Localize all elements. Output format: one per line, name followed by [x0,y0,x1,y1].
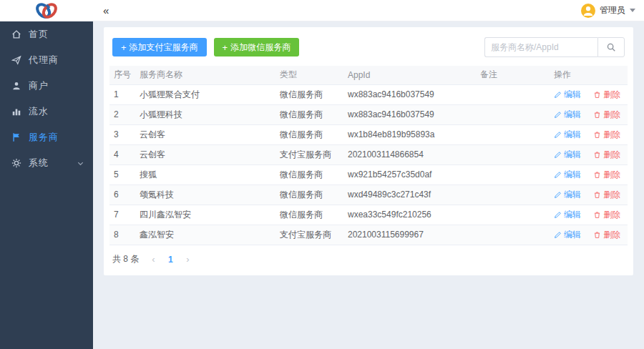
edit-button[interactable]: 编辑 [554,189,581,201]
providers-table: 序号 服务商名称 类型 AppId 备注 操作 1 小狐狸聚合支付 微信服务商 … [109,66,628,245]
cell-name: 四川鑫泓智安 [135,205,275,225]
sidebar-item-label: 流水 [29,105,49,118]
cell-name: 云创客 [135,124,275,144]
cell-type: 支付宝服务商 [275,225,343,245]
plus-icon: + [223,43,228,52]
edit-button[interactable]: 编辑 [554,169,581,181]
delete-button[interactable]: 删除 [593,89,620,101]
delete-button[interactable]: 删除 [593,189,620,201]
col-header-index: 序号 [109,66,135,84]
sidebar-item-transactions[interactable]: 流水 [0,99,93,124]
cell-actions: 编辑 删除 [550,205,628,225]
table-row: 2 小狐狸科技 微信服务商 wx883ac9416b037549 编辑 删除 [109,104,628,124]
cell-actions: 编辑 删除 [550,84,628,104]
cell-type: 支付宝服务商 [275,144,343,164]
pagination-next-button[interactable]: › [180,252,195,267]
sidebar-item-label: 服务商 [29,131,59,144]
search-input[interactable] [484,37,597,57]
heart-rings-logo-icon [33,1,60,21]
table-row: 6 颂氪科技 微信服务商 wxd49489c3c271c43f 编辑 删除 [109,185,628,205]
delete-label: 删除 [603,149,620,161]
cell-name: 颂氪科技 [135,185,275,205]
cell-index: 2 [109,104,135,124]
add-wechat-provider-button[interactable]: + 添加微信服务商 [214,38,300,56]
cell-actions: 编辑 删除 [550,144,628,164]
pencil-icon [554,231,562,239]
send-icon [11,55,21,65]
sidebar-item-merchants[interactable]: 商户 [0,73,93,99]
cell-actions: 编辑 删除 [550,164,628,185]
button-label: 添加支付宝服务商 [130,41,198,54]
cell-remark [476,205,550,225]
delete-button[interactable]: 删除 [593,209,620,221]
pencil-icon [554,191,562,199]
cell-type: 微信服务商 [275,104,343,124]
delete-button[interactable]: 删除 [593,229,620,241]
pencil-icon [554,211,562,219]
delete-label: 删除 [603,109,620,121]
edit-label: 编辑 [564,149,581,161]
pagination-total: 共 8 条 [112,253,139,265]
pencil-icon [554,171,562,179]
table-row: 8 鑫泓智安 支付宝服务商 2021003115699967 编辑 删除 [109,225,628,245]
cell-remark [476,185,550,205]
edit-button[interactable]: 编辑 [554,89,581,101]
cell-appid: wx1b84eb819b95893a [343,124,476,144]
avatar [581,4,595,18]
user-menu[interactable]: 管理员 [581,4,635,18]
cell-remark [476,225,550,245]
search-button[interactable] [597,37,625,57]
edit-button[interactable]: 编辑 [554,129,581,141]
user-icon [581,4,595,18]
cell-appid: wx883ac9416b037549 [343,104,476,124]
pagination-prev-button[interactable]: ‹ [146,252,160,267]
trash-icon [593,131,601,139]
cell-remark [476,144,550,164]
trash-icon [593,191,601,199]
sidebar-item-home[interactable]: 首页 [0,21,93,47]
cell-name: 小狐狸科技 [135,104,275,124]
flag-icon [11,132,21,142]
sidebar-item-label: 首页 [29,28,49,41]
pencil-icon [554,111,562,119]
sidebar-item-system[interactable]: 系统 [0,150,93,176]
edit-button[interactable]: 编辑 [554,229,581,241]
edit-button[interactable]: 编辑 [554,209,581,221]
cell-index: 3 [109,124,135,144]
delete-label: 删除 [603,129,620,141]
delete-label: 删除 [603,89,620,101]
pagination-page-1[interactable]: 1 [163,252,177,267]
delete-button[interactable]: 删除 [593,109,620,121]
cell-type: 微信服务商 [275,164,343,185]
edit-label: 编辑 [564,129,581,141]
edit-label: 编辑 [564,229,581,241]
col-header-remark: 备注 [476,66,550,84]
add-alipay-provider-button[interactable]: + 添加支付宝服务商 [112,38,207,56]
cell-actions: 编辑 删除 [550,185,628,205]
cell-name: 小狐狸聚合支付 [135,84,275,104]
pencil-icon [554,151,562,159]
search-icon [606,42,616,52]
cell-appid: 2021003115699967 [343,225,476,245]
table-row: 3 云创客 微信服务商 wx1b84eb819b95893a 编辑 删除 [109,124,628,144]
chart-icon [11,107,21,117]
sidebar-collapse-toggle[interactable]: « [103,5,109,16]
edit-button[interactable]: 编辑 [554,109,581,121]
cell-remark [476,124,550,144]
cell-type: 微信服务商 [275,205,343,225]
search-group [484,37,625,57]
sidebar-item-service-providers[interactable]: 服务商 [0,124,93,150]
table-row: 4 云创客 支付宝服务商 2021003114866854 编辑 删除 [109,144,628,164]
cell-remark [476,84,550,104]
delete-button[interactable]: 删除 [593,149,620,161]
delete-button[interactable]: 删除 [593,129,620,141]
trash-icon [593,151,601,159]
delete-button[interactable]: 删除 [593,169,620,181]
toolbar: + 添加支付宝服务商 + 添加微信服务商 [109,37,628,57]
button-label: 添加微信服务商 [230,41,291,54]
cell-remark [476,104,550,124]
sidebar-item-agents[interactable]: 代理商 [0,47,93,73]
trash-icon [593,231,601,239]
edit-label: 编辑 [564,169,581,181]
edit-button[interactable]: 编辑 [554,149,581,161]
